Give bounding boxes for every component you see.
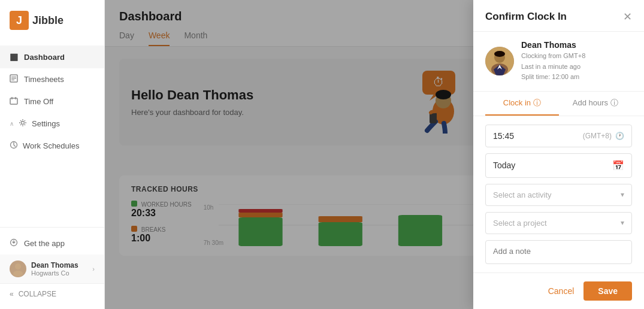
avatar: [485, 47, 514, 75]
time-off-icon: [10, 96, 18, 107]
modal-title: Confirm Clock In: [485, 11, 567, 23]
note-textarea[interactable]: [485, 240, 632, 264]
modal-tabs: Clock in ⓘ Add hours ⓘ: [473, 92, 644, 116]
sidebar-bottom: Get the app Dean Thomas Hogwarts Co › « …: [0, 227, 104, 309]
confirm-clock-in-modal: Confirm Clock In ✕ Dean Thomas: [473, 0, 644, 309]
sidebar-section-settings[interactable]: ∧ Settings: [0, 113, 104, 135]
svg-rect-6: [10, 98, 17, 104]
collapse-icon: «: [10, 290, 14, 298]
settings-icon: [19, 119, 27, 129]
collapse-button[interactable]: « COLLAPSE: [0, 283, 104, 304]
svg-point-13: [13, 271, 23, 277]
user-info: Dean Thomas Hogwarts Co: [31, 261, 87, 277]
dashboard-icon: ▦: [10, 51, 18, 62]
main-content: Dashboard Day Week Month Hello Dean Thom…: [105, 0, 644, 309]
logo-text: Jibble: [32, 14, 64, 27]
logo[interactable]: J Jibble: [0, 0, 104, 41]
clock-icon: 🕐: [615, 132, 624, 140]
user-org: Hogwarts Co: [31, 269, 87, 277]
tab-clock-in[interactable]: Clock in ⓘ: [485, 92, 559, 116]
collapse-label: COLLAPSE: [19, 290, 56, 298]
jibble-logo-icon: J: [10, 11, 29, 30]
modal-footer: Cancel Save: [473, 272, 644, 309]
tab-add-hours[interactable]: Add hours ⓘ: [559, 92, 633, 116]
sidebar-item-dashboard[interactable]: ▦ Dashboard: [0, 46, 104, 68]
chevron-right-icon: ›: [92, 265, 95, 272]
sidebar-item-label: Time Off: [24, 97, 53, 106]
timesheets-icon: [10, 74, 18, 84]
user-name: Dean Thomas: [31, 261, 87, 269]
sidebar-item-label: Timesheets: [24, 75, 64, 84]
split-time: Split time: 12:00 am: [521, 72, 585, 83]
modal-user-name: Dean Thomas: [521, 40, 585, 50]
avatar-illustration: [485, 47, 514, 75]
activity-select[interactable]: Select an activity ▾: [485, 184, 632, 206]
modal-user-row: Dean Thomas Clocking from GMT+8 Last in …: [473, 32, 644, 92]
timezone-row: (GMT+8) 🕐: [583, 132, 624, 140]
svg-point-12: [15, 263, 21, 269]
project-placeholder: Select a project: [493, 219, 547, 228]
modal-user-info: Dean Thomas Clocking from GMT+8 Last in …: [521, 40, 585, 83]
clocking-from: Clocking from GMT+8: [521, 51, 585, 62]
time-field[interactable]: 15:45 (GMT+8) 🕐: [485, 125, 632, 147]
chevron-down-icon: ▾: [621, 190, 624, 199]
get-app-button[interactable]: Get the app: [0, 232, 104, 255]
work-schedules-icon: [10, 141, 18, 151]
sidebar-section-work-schedules[interactable]: Work Schedules: [0, 135, 104, 157]
close-icon[interactable]: ✕: [623, 11, 632, 22]
work-schedules-label: Work Schedules: [23, 141, 79, 150]
svg-text:J: J: [16, 14, 22, 26]
modal-user-meta: Clocking from GMT+8 Last in a minute ago…: [521, 51, 585, 83]
modal-body: 15:45 (GMT+8) 🕐 Today 📅 Select an activi…: [473, 116, 644, 272]
date-value: Today: [493, 160, 515, 170]
avatar: [10, 260, 26, 277]
activity-placeholder: Select an activity: [493, 190, 552, 199]
chevron-up-icon: ∧: [10, 120, 14, 127]
sidebar-nav: ▦ Dashboard Timesheets Time Off ∧ Settin…: [0, 41, 104, 227]
sidebar: J Jibble ▦ Dashboard Timesheets Time Off…: [0, 0, 105, 309]
sidebar-item-label: Dashboard: [24, 53, 65, 62]
svg-point-34: [494, 51, 505, 57]
get-app-label: Get the app: [24, 239, 65, 248]
date-field[interactable]: Today 📅: [485, 153, 632, 178]
save-button[interactable]: Save: [583, 281, 632, 301]
chevron-down-icon: ▾: [621, 219, 624, 227]
user-profile-item[interactable]: Dean Thomas Hogwarts Co ›: [0, 255, 104, 283]
time-value: 15:45: [493, 131, 514, 141]
calendar-icon: 📅: [612, 160, 624, 171]
sidebar-item-timesheets[interactable]: Timesheets: [0, 68, 104, 90]
timezone-value: (GMT+8): [583, 132, 612, 140]
download-icon: [10, 238, 18, 249]
modal-header: Confirm Clock In ✕: [473, 0, 644, 32]
project-select[interactable]: Select a project ▾: [485, 212, 632, 234]
svg-point-9: [22, 122, 25, 125]
settings-label: Settings: [32, 119, 60, 128]
last-seen: Last in a minute ago: [521, 62, 585, 72]
cancel-button[interactable]: Cancel: [548, 286, 575, 296]
sidebar-item-time-off[interactable]: Time Off: [0, 90, 104, 113]
